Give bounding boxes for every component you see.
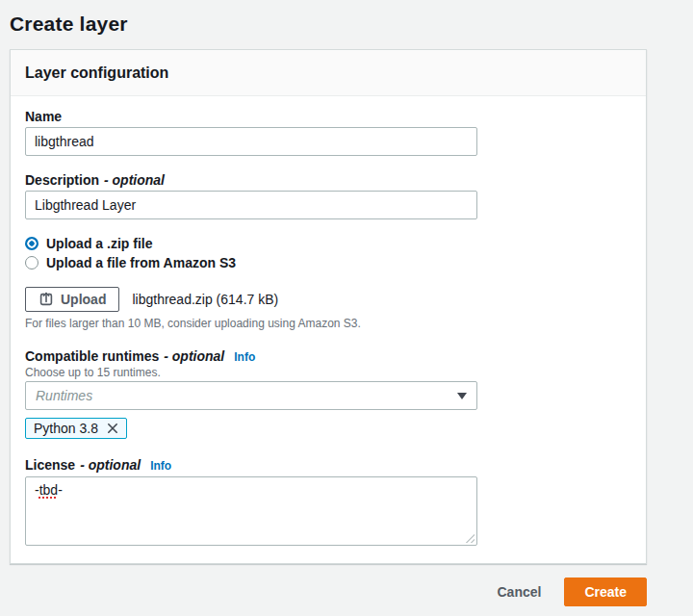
runtimes-optional-text: - optional: [164, 347, 224, 365]
license-label-text: License: [25, 456, 75, 474]
textarea-resize-handle[interactable]: [464, 532, 475, 543]
runtimes-label-text: Compatible runtimes: [25, 347, 159, 365]
radio-upload-zip-label: Upload a .zip file: [46, 236, 152, 251]
license-value-suffix: -: [58, 482, 63, 498]
upload-button-label: Upload: [61, 292, 106, 307]
license-optional-text: - optional: [80, 456, 141, 474]
radio-upload-s3[interactable]: Upload a file from Amazon S3: [25, 253, 631, 272]
upload-icon: [38, 292, 54, 307]
name-label-text: Name: [25, 108, 62, 125]
license-label: License - optional Info: [25, 456, 631, 475]
radio-upload-zip[interactable]: Upload a .zip file: [25, 234, 631, 253]
upload-type-radio-group: Upload a .zip file Upload a file from Am…: [25, 234, 631, 272]
description-label-text: Description: [25, 171, 99, 189]
runtime-token-label: Python 3.8: [34, 421, 98, 436]
name-input[interactable]: [25, 127, 477, 156]
license-value-misspelled: tbd: [39, 482, 58, 498]
description-label: Description - optional: [25, 171, 631, 189]
cancel-button[interactable]: Cancel: [497, 584, 541, 600]
runtimes-select[interactable]: Runtimes: [25, 381, 477, 410]
page-title: Create layer: [10, 0, 647, 36]
runtimes-info-link[interactable]: Info: [234, 348, 255, 366]
runtimes-select-placeholder: Runtimes: [36, 388, 92, 403]
footer-actions: Cancel Create: [10, 578, 647, 606]
description-input[interactable]: [25, 191, 477, 219]
runtime-token-chip: Python 3.8: [25, 418, 127, 439]
license-textarea[interactable]: -tbd-: [25, 476, 477, 546]
runtimes-hint: Choose up to 15 runtimes.: [25, 366, 631, 379]
create-button[interactable]: Create: [564, 578, 647, 606]
license-info-link[interactable]: Info: [150, 457, 171, 475]
create-layer-page: Create layer Layer configuration Name De…: [10, 0, 647, 606]
chevron-down-icon: [457, 393, 467, 399]
uploaded-file-info: libgthread.zip (614.7 kB): [132, 292, 278, 307]
upload-row: Upload libgthread.zip (614.7 kB): [25, 287, 631, 312]
layer-configuration-card: Layer configuration Name Description - o…: [10, 49, 647, 564]
upload-button[interactable]: Upload: [25, 287, 119, 312]
runtimes-label: Compatible runtimes - optional Info: [25, 347, 631, 366]
card-header: Layer configuration: [11, 50, 646, 96]
card-header-title: Layer configuration: [25, 64, 168, 82]
description-optional-text: - optional: [104, 171, 165, 189]
name-label: Name: [25, 108, 631, 125]
card-body: Name Description - optional Upload a .zi…: [11, 96, 646, 563]
radio-selected-icon[interactable]: [25, 237, 38, 250]
radio-upload-s3-label: Upload a file from Amazon S3: [46, 255, 236, 270]
radio-unselected-icon[interactable]: [25, 256, 38, 270]
remove-token-icon[interactable]: [107, 423, 118, 434]
upload-hint: For files larger than 10 MB, consider up…: [25, 317, 631, 330]
